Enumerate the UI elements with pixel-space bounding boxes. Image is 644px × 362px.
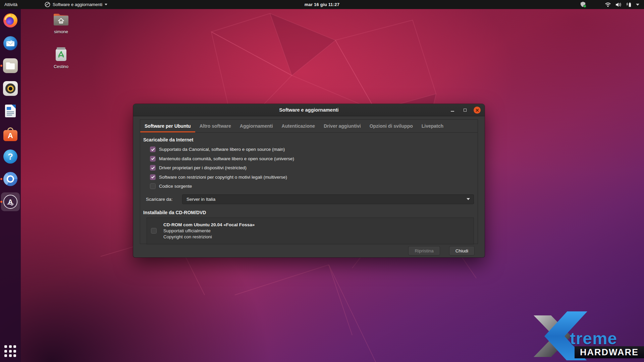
software-properties-icon: A — [3, 195, 17, 209]
tab-driver-aggiuntivi[interactable]: Driver aggiuntivi — [319, 120, 365, 132]
checkbox-row-restricted[interactable]: Driver proprietari per i dispositivi (re… — [143, 163, 475, 173]
xtreme-hardware-watermark: treme HARDWARE — [531, 309, 644, 360]
checkbox-label: Software con restrizioni per copyright o… — [159, 175, 287, 180]
window-titlebar[interactable]: Software e aggiornamenti — [133, 104, 485, 116]
app-menu-icon — [45, 2, 50, 7]
checkbox-source-code[interactable] — [150, 183, 156, 189]
dock-item-software-properties[interactable]: A — [2, 194, 18, 210]
dock-item-libreoffice-writer[interactable] — [2, 103, 18, 119]
tab-aggiornamenti[interactable]: Aggiornamenti — [235, 120, 277, 132]
dock-item-thunderbird[interactable] — [2, 35, 18, 51]
activities-button[interactable]: Attività — [0, 0, 22, 9]
close-dialog-button[interactable]: Chiudi — [449, 246, 475, 255]
internet-section-heading: Scaricabile da Internet — [143, 137, 475, 142]
help-icon: ? — [3, 149, 17, 164]
checkbox-main[interactable] — [150, 146, 156, 152]
checkbox-row-universe[interactable]: Mantenuto dalla comunità, software liber… — [143, 154, 475, 164]
dock-item-help[interactable]: ? — [2, 148, 18, 165]
server-dropdown[interactable]: Server in Italia — [182, 194, 474, 204]
desktop-icon-label: Cestino — [48, 64, 74, 69]
tab-software-per-ubuntu[interactable]: Software per Ubuntu — [140, 120, 195, 132]
checkbox-row-main[interactable]: Supportato da Canonical, software libero… — [143, 145, 475, 154]
dock-item-ubuntu-software[interactable]: A — [2, 126, 18, 142]
firefox-icon — [3, 13, 17, 27]
tab-opzioni-di-sviluppo[interactable]: Opzioni di sviluppo — [365, 120, 417, 132]
dropdown-caret-icon — [467, 198, 470, 200]
battery-charging-icon — [626, 2, 632, 7]
security-shield-icon[interactable] — [581, 1, 586, 8]
checkbox-label: Codice sorgente — [159, 184, 192, 189]
shield-status-dot — [583, 5, 586, 8]
desktop-icon-trash[interactable]: Cestino — [48, 46, 74, 69]
app-menu-label: Software e aggiornamenti — [53, 2, 102, 7]
download-from-label: Scaricare da: — [146, 197, 182, 202]
minimize-icon — [451, 111, 454, 112]
checkbox-row-source-code[interactable]: Codice sorgente — [143, 182, 475, 191]
dock-item-rhythmbox[interactable] — [2, 80, 18, 97]
checkbox-cdrom[interactable] — [151, 228, 157, 234]
wifi-icon — [605, 2, 611, 7]
tab-autenticazione[interactable]: Autenticazione — [277, 120, 320, 132]
minimize-button[interactable] — [449, 107, 456, 114]
system-menu-caret-icon — [636, 4, 639, 6]
settings-notebook: Software per Ubuntu Altro software Aggio… — [140, 119, 478, 244]
system-status-area[interactable] — [602, 0, 642, 9]
dock: A ? A — [0, 9, 21, 362]
dock-item-firefox[interactable] — [2, 12, 18, 28]
volume-icon — [615, 2, 622, 7]
app-menu-caret-icon — [105, 4, 107, 5]
checkbox-row-multiverse[interactable]: Software con restrizioni per copyright o… — [143, 173, 475, 182]
tab-livepatch[interactable]: Livepatch — [417, 120, 448, 132]
cdrom-entry[interactable]: CD-ROM com Ubuntu 20.04 «Focal Fossa» Su… — [147, 218, 474, 244]
dock-item-chromium[interactable] — [2, 171, 18, 187]
trash-icon — [53, 46, 69, 62]
chromium-icon — [3, 172, 17, 186]
cdrom-section-heading: Installabile da CD-ROM/DVD — [143, 210, 475, 215]
checkbox-label: Driver proprietari per i dispositivi (re… — [159, 165, 247, 170]
checkbox-restricted[interactable] — [150, 165, 156, 171]
watermark-hardware-text: HARDWARE — [575, 346, 644, 358]
watermark-treme-text: treme — [570, 329, 617, 348]
libreoffice-writer-icon — [5, 105, 16, 117]
server-dropdown-value: Server in Italia — [186, 197, 215, 202]
cdrom-line-supported: Supportati ufficialmente — [163, 228, 255, 234]
desktop-icon-label: simone — [48, 29, 74, 34]
desktop-icon-home[interactable]: simone — [48, 11, 74, 34]
window-title: Software e aggiornamenti — [279, 107, 338, 113]
maximize-icon — [464, 109, 467, 112]
activities-label: Attività — [4, 2, 17, 7]
ubuntu-software-icon: A — [3, 126, 18, 141]
top-panel: Attività Software e aggiornamenti mar 16… — [0, 0, 644, 9]
dock-item-files[interactable] — [2, 58, 18, 74]
files-icon — [3, 58, 18, 73]
thunderbird-icon — [3, 36, 17, 50]
checkbox-label: Mantenuto dalla comunità, software liber… — [159, 156, 294, 161]
software-properties-window: Software e aggiornamenti Software per Ub… — [133, 104, 485, 257]
desktop: Attività Software e aggiornamenti mar 16… — [0, 0, 644, 362]
checkbox-multiverse[interactable] — [150, 174, 156, 180]
close-button[interactable] — [474, 107, 481, 114]
app-menu[interactable]: Software e aggiornamenti — [40, 0, 112, 9]
show-applications-button[interactable] — [4, 345, 16, 357]
cdrom-title: CD-ROM com Ubuntu 20.04 «Focal Fossa» — [163, 222, 255, 228]
cdrom-line-copyright: Copyright con restrizioni — [163, 234, 255, 240]
checkbox-label: Supportato da Canonical, software libero… — [159, 147, 285, 152]
tab-bar: Software per Ubuntu Altro software Aggio… — [140, 120, 478, 133]
clock[interactable]: mar 16 giu 11:27 — [305, 2, 339, 7]
rhythmbox-icon — [3, 81, 18, 96]
home-folder-icon — [52, 11, 70, 27]
tab-altro-software[interactable]: Altro software — [195, 120, 235, 132]
maximize-button[interactable] — [461, 107, 469, 114]
checkbox-universe[interactable] — [150, 156, 156, 162]
revert-button[interactable]: Ripristina — [408, 246, 440, 255]
